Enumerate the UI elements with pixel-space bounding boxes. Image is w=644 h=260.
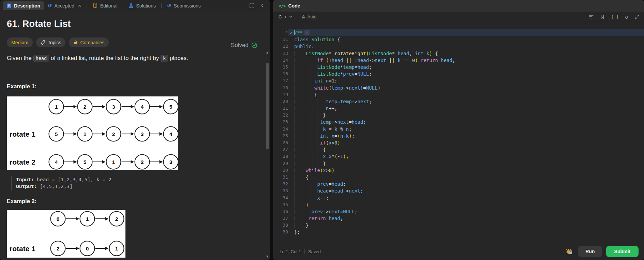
code-line[interactable]: 31 { <box>273 174 644 181</box>
code-line[interactable]: 24 k = k % n; <box>273 126 644 133</box>
arrow-head <box>105 217 109 220</box>
line-number: 19 <box>273 91 288 98</box>
format-lines-icon[interactable] <box>588 14 594 19</box>
code-text: head=head->next; <box>294 187 363 194</box>
code-line[interactable]: 39}; <box>273 229 644 235</box>
braces-icon[interactable]: { } <box>611 14 619 19</box>
tab-description[interactable]: Description <box>3 1 44 10</box>
code-line[interactable]: 1>/**⋯ <box>273 29 644 36</box>
language-selector[interactable]: C++ <box>279 14 293 19</box>
arrow-head <box>105 247 109 250</box>
cursor-position: Ln 1, Col 1 <box>280 249 301 254</box>
code-line[interactable]: 29 } <box>273 160 644 167</box>
code-line[interactable]: 22 } <box>273 112 644 119</box>
companies-badge[interactable]: Companies <box>69 37 109 47</box>
line-number: 28 <box>273 153 288 160</box>
code-line[interactable]: 25 int x=(n-k); <box>273 133 644 139</box>
code-line[interactable]: 36 prev->next=NULL; <box>273 208 644 215</box>
line-number: 11 <box>273 36 288 43</box>
fold-gutter <box>288 71 294 77</box>
arrow-head <box>74 160 77 164</box>
fold-gutter <box>288 50 294 57</box>
submit-button[interactable]: Submit <box>606 246 639 257</box>
scrollbar-thumb[interactable] <box>266 63 269 149</box>
code-line[interactable]: 11class Solution { <box>273 36 644 43</box>
code-chip-k: k <box>161 55 168 62</box>
fold-arrow-icon[interactable]: > <box>288 29 294 36</box>
arrow-head <box>102 132 106 136</box>
editor-status-bar: Ln 1, Col 1 Saved Run Submit <box>273 243 644 260</box>
bookmark-icon[interactable] <box>600 14 605 19</box>
code-text: } <box>294 160 326 167</box>
code-line[interactable]: 34 x--; <box>273 195 644 201</box>
fullscreen-icon[interactable] <box>249 3 255 9</box>
code-line[interactable]: 26 if(x<0) <box>273 139 644 146</box>
code-line[interactable]: 15 ListNode*temp=head; <box>273 64 644 71</box>
collapse-panel-icon[interactable] <box>260 3 265 8</box>
line-number: 22 <box>273 112 288 119</box>
fold-gutter <box>288 112 294 119</box>
topics-badge[interactable]: Topics <box>36 37 66 47</box>
code-line[interactable]: 32 prev=head; <box>273 181 644 187</box>
scroll-up-arrow[interactable]: ▲ <box>265 50 269 54</box>
list-node-value: 1 <box>115 246 118 251</box>
list-node-value: 1 <box>86 216 89 222</box>
line-number: 25 <box>273 133 288 139</box>
code-text: x=x*(-1); <box>294 153 349 160</box>
book-icon <box>92 3 98 9</box>
tab-editorial[interactable]: Editorial <box>89 1 121 10</box>
code-line[interactable]: 35 } <box>273 201 644 208</box>
code-line[interactable]: 16 ListNode*prev=NULL; <box>273 71 644 77</box>
code-line[interactable]: 38 } <box>273 222 644 229</box>
code-line[interactable]: 27 { <box>273 146 644 153</box>
code-text: temp->next=head; <box>294 119 366 125</box>
close-icon[interactable]: × <box>78 3 81 9</box>
fold-gutter <box>288 91 294 98</box>
code-line[interactable]: 20 temp=temp->next; <box>273 98 644 105</box>
code-line[interactable]: 13 ListNode* rotateRight(ListNode* head,… <box>273 50 644 57</box>
code-line[interactable]: 17 int n=1; <box>273 77 644 84</box>
fold-gutter <box>288 153 294 160</box>
code-line[interactable]: 23 temp->next=head; <box>273 119 644 125</box>
run-button[interactable]: Run <box>578 246 602 257</box>
chevron-down-icon <box>289 16 293 18</box>
code-line[interactable]: 37 return head; <box>273 215 644 222</box>
code-text: { <box>294 91 317 98</box>
list-node-value: 3 <box>112 104 115 110</box>
expand-editor-icon[interactable] <box>634 14 639 19</box>
fold-gutter <box>288 222 294 229</box>
tab-submissions[interactable]: ↺ Submissions <box>163 1 205 10</box>
reset-code-icon[interactable]: ↺ <box>625 14 628 20</box>
code-line[interactable]: 12public: <box>273 43 644 50</box>
arrow-head <box>76 217 79 220</box>
line-number: 38 <box>273 222 288 229</box>
code-text: } <box>294 201 309 208</box>
code-line[interactable]: 14 if (!head || !head->next || k == 0) r… <box>273 57 644 64</box>
code-text: /**⋯ <box>294 29 310 36</box>
list-node-value: 3 <box>169 159 173 165</box>
tab-separator <box>123 3 123 8</box>
code-line[interactable]: 28 x=x*(-1); <box>273 153 644 160</box>
fold-gutter <box>288 133 294 139</box>
code-line[interactable]: 21 n++; <box>273 105 644 112</box>
line-number: 27 <box>273 146 288 153</box>
fold-gutter <box>288 160 294 167</box>
auto-mode[interactable]: Auto <box>301 14 317 19</box>
tab-solutions[interactable]: Solutions <box>125 1 160 10</box>
code-line[interactable]: 19 { <box>273 91 644 98</box>
scroll-down-arrow[interactable]: ▼ <box>265 255 269 258</box>
code-text: prev->next=NULL; <box>294 208 357 215</box>
line-number: 35 <box>273 201 288 208</box>
debugger-lock-icon[interactable] <box>566 248 573 255</box>
code-line[interactable]: 33 head=head->next; <box>273 187 644 194</box>
code-editor[interactable]: 1>/**⋯11class Solution {12public:13 List… <box>273 22 644 236</box>
line-number: 33 <box>273 187 288 194</box>
code-line[interactable]: 30 while(x>0) <box>273 167 644 174</box>
example-2-diagram: 012rotate 1201 <box>7 210 125 258</box>
solved-check-icon <box>251 42 257 48</box>
line-number: 39 <box>273 229 288 235</box>
difficulty-badge[interactable]: Medium <box>7 37 33 47</box>
code-text: ListNode* rotateRight(ListNode* head, in… <box>294 50 438 57</box>
tab-accepted[interactable]: ↺ Accepted × <box>44 1 85 10</box>
code-line[interactable]: 18 while(temp->next!=NULL) <box>273 85 644 91</box>
